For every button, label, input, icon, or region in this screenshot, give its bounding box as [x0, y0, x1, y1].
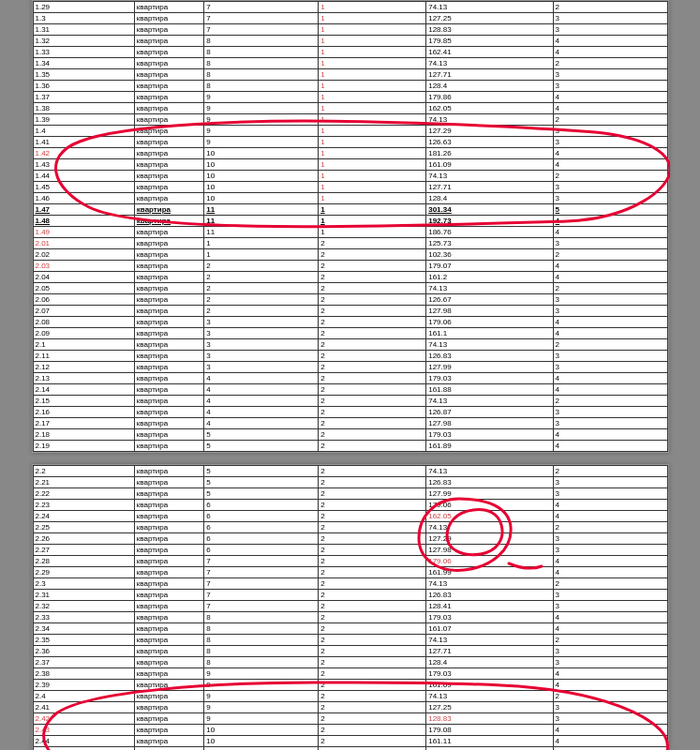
table-cell: 1.36 [33, 81, 134, 92]
table-cell: 2 [319, 511, 426, 522]
table-cell: 6 [204, 545, 319, 556]
table-cell: квартира [134, 137, 203, 148]
table-cell: квартира [134, 702, 203, 713]
table-cell: 3 [553, 488, 667, 500]
data-table-2: 2.2квартира5274.1322.21квартира52126.833… [33, 465, 668, 750]
table-cell: квартира [134, 725, 203, 736]
table-cell: квартира [134, 317, 203, 328]
table-row: 1.4квартира91127.293 [33, 126, 667, 137]
table-cell: 128.4 [426, 81, 553, 92]
table-row: 1.3квартира71127.253 [33, 13, 667, 24]
table-cell: квартира [134, 283, 203, 294]
table-cell: 2 [319, 238, 426, 249]
table-cell: 1 [319, 24, 426, 36]
table-cell: 2.27 [33, 545, 134, 556]
table-row: 2.03квартира22179.074 [33, 261, 667, 272]
table-cell: квартира [134, 522, 203, 533]
table-cell: 3 [553, 590, 667, 601]
table-cell: 127.29 [426, 126, 553, 137]
table-cell: 2.09 [33, 328, 134, 339]
table-cell: 3 [553, 182, 667, 193]
table-cell: 1.37 [33, 92, 134, 103]
table-cell: 3 [553, 81, 667, 92]
table-cell: 2 [319, 635, 426, 646]
table-cell: 3 [204, 317, 319, 328]
table-row: 1.35квартира81127.713 [33, 69, 667, 81]
table-cell: 1 [319, 193, 426, 204]
table-cell: квартира [134, 362, 203, 373]
table-cell: 9 [204, 668, 319, 680]
table-cell: квартира [134, 81, 203, 92]
table-cell: 2 [553, 747, 667, 751]
table-cell: 2.13 [33, 373, 134, 384]
table-cell: 4 [553, 373, 667, 384]
table-cell: 2 [319, 488, 426, 500]
table-cell: 4 [553, 159, 667, 171]
table-cell: 126.87 [426, 407, 553, 418]
table-cell: 2 [319, 441, 426, 452]
table-cell: 1 [319, 114, 426, 126]
table-cell: 3 [553, 351, 667, 362]
table-cell: квартира [134, 668, 203, 680]
table-row: 2.15квартира4274.132 [33, 396, 667, 407]
table-cell: 2.42 [33, 713, 134, 725]
table-cell: квартира [134, 227, 203, 238]
table-cell: квартира [134, 713, 203, 725]
table-cell: квартира [134, 623, 203, 635]
table-cell: 2.02 [33, 249, 134, 261]
table-cell: 6 [204, 533, 319, 545]
table-row: 1.36квартира81128.43 [33, 81, 667, 92]
table-row: 1.39квартира9174.132 [33, 114, 667, 126]
table-cell: 9 [204, 137, 319, 148]
table-cell: 2.24 [33, 511, 134, 522]
table-cell: 128.41 [426, 601, 553, 612]
table-cell: квартира [134, 747, 203, 751]
table-cell: квартира [134, 2, 203, 13]
table-cell: 127.99 [426, 362, 553, 373]
table-cell: 74.13 [426, 691, 553, 702]
table-cell: 74.13 [426, 2, 553, 13]
table-row: 2.45квартира10274.132 [33, 747, 667, 751]
table-row: 1.42квартира101181.264 [33, 148, 667, 159]
table-row: 2.32квартира72128.413 [33, 601, 667, 612]
table-cell: 2 [319, 317, 426, 328]
table-cell: 2 [319, 466, 426, 477]
table-row: 1.34квартира8174.132 [33, 58, 667, 69]
page-2: 2.2квартира5274.1322.21квартира52126.833… [32, 464, 669, 750]
table-cell: 3 [204, 362, 319, 373]
table-cell: 2 [319, 713, 426, 725]
table-cell: 10 [204, 182, 319, 193]
table-cell: 10 [204, 148, 319, 159]
table-cell: квартира [134, 373, 203, 384]
table-cell: 2 [319, 736, 426, 747]
table-cell: 8 [204, 81, 319, 92]
table-cell: 2 [553, 691, 667, 702]
table-row: 1.38квартира91162.054 [33, 103, 667, 114]
table-cell: 2 [319, 261, 426, 272]
table-cell: 2.44 [33, 736, 134, 747]
table-cell: квартира [134, 567, 203, 578]
table-cell: 2.18 [33, 429, 134, 441]
table-cell: 2 [319, 702, 426, 713]
table-cell: 179.03 [426, 612, 553, 623]
table-row: 2.08квартира32179.064 [33, 317, 667, 328]
table-cell: 3 [553, 713, 667, 725]
table-cell: квартира [134, 488, 203, 500]
table-cell: 6 [204, 511, 319, 522]
table-cell: 5 [204, 477, 319, 488]
table-cell: 2 [319, 623, 426, 635]
table-cell: 3 [553, 657, 667, 668]
table-cell: 127.71 [426, 69, 553, 81]
table-cell: 7 [204, 590, 319, 601]
table-cell: квартира [134, 249, 203, 261]
table-cell: 2 [319, 747, 426, 751]
table-cell: 2 [553, 396, 667, 407]
table-cell: 179.06 [426, 500, 553, 511]
table-cell: 1.33 [33, 47, 134, 58]
table-cell: 4 [553, 272, 667, 283]
table-cell: 1 [319, 216, 426, 227]
table-row: 2.28квартира72179.064 [33, 556, 667, 567]
table-cell: 4 [553, 47, 667, 58]
table-cell: 1 [319, 148, 426, 159]
table-cell: 127.71 [426, 182, 553, 193]
